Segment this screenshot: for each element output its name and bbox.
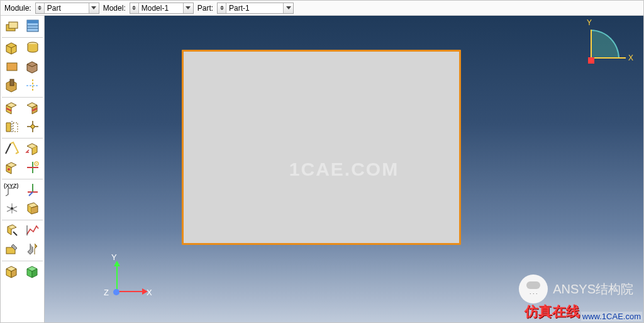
svg-point-14 xyxy=(31,125,35,128)
mirror-button[interactable] xyxy=(2,118,21,135)
context-bar: Module: Part Model: Model-1 Part: Part-1 xyxy=(1,1,643,16)
sketch-plane-indicator: X Y xyxy=(588,22,632,66)
datum-point-button[interactable] xyxy=(2,159,21,176)
datum-tool-button[interactable] xyxy=(23,118,42,135)
wechat-icon: · · · xyxy=(519,275,548,303)
create-solid-extrude-button[interactable] xyxy=(2,39,21,57)
part-value: Part-1 xyxy=(226,3,283,13)
partition-cell-button[interactable] xyxy=(2,99,21,116)
repair-button[interactable] xyxy=(23,159,42,176)
part-toolbox: (XYZ) xyxy=(1,16,45,322)
svg-point-23 xyxy=(11,207,13,210)
svg-rect-3 xyxy=(27,20,38,23)
create-wire-button[interactable] xyxy=(23,58,42,76)
module-selector[interactable]: Part xyxy=(35,3,99,14)
dropdown-icon[interactable] xyxy=(183,3,193,13)
svg-point-15 xyxy=(8,168,10,171)
create-solid-revolve-button[interactable] xyxy=(23,39,42,57)
watermark: 1CAE.COM xyxy=(289,159,399,180)
svg-rect-7 xyxy=(7,63,17,71)
model-value: Model-1 xyxy=(139,3,183,13)
stitch-button[interactable] xyxy=(23,263,42,280)
part-label: Part: xyxy=(197,4,213,13)
toolbox-customize-button[interactable] xyxy=(23,241,42,258)
create-part-button[interactable] xyxy=(2,17,21,35)
module-value: Part xyxy=(45,3,89,13)
dropdown-icon[interactable] xyxy=(89,3,99,13)
triad-x-label: X xyxy=(147,288,152,297)
selector-stepper-icon[interactable] xyxy=(130,3,139,13)
part-manager-button[interactable] xyxy=(23,17,42,35)
channel-watermark: · · · ANSYS结构院 xyxy=(519,275,633,303)
part-geometry[interactable] xyxy=(182,50,461,245)
datum-axis-button[interactable] xyxy=(23,181,42,198)
selector-stepper-icon[interactable] xyxy=(218,3,226,13)
triad-y-label: Y xyxy=(111,252,117,262)
plot-button[interactable] xyxy=(23,222,42,239)
site-cn: 仿真在线 xyxy=(525,302,580,321)
site-url: www.1CAE.com xyxy=(581,312,642,321)
sketch-y-label: Y xyxy=(587,18,592,27)
datum-csys-button[interactable]: (XYZ) xyxy=(2,181,21,198)
create-round-button[interactable] xyxy=(23,77,42,94)
module-label: Module: xyxy=(4,4,31,13)
model-selector[interactable]: Model-1 xyxy=(130,3,194,14)
sketch-x-label: X xyxy=(628,54,633,62)
selector-stepper-icon[interactable] xyxy=(36,3,45,13)
remove-face-button[interactable] xyxy=(2,140,21,157)
partition-face-button[interactable] xyxy=(23,99,42,116)
offset-face-button[interactable] xyxy=(23,140,42,157)
view-triad: X Y Z xyxy=(97,261,148,311)
model-label: Model: xyxy=(103,4,126,13)
dropdown-icon[interactable] xyxy=(283,3,293,13)
rebuild-button[interactable] xyxy=(2,263,21,280)
part-selector[interactable]: Part-1 xyxy=(217,3,294,14)
create-cut-button[interactable] xyxy=(2,77,21,94)
query-button[interactable] xyxy=(2,222,21,239)
datum-plane-button[interactable] xyxy=(2,200,21,217)
triad-z-label: Z xyxy=(104,288,109,297)
viewport[interactable]: 1CAE.COM X Y X Y Z · · · ANSYS结构院 xyxy=(45,16,643,322)
svg-rect-8 xyxy=(10,79,14,86)
channel-name: ANSYS结构院 xyxy=(553,281,633,298)
svg-point-19 xyxy=(36,163,37,164)
svg-rect-1 xyxy=(9,22,18,28)
create-shell-button[interactable] xyxy=(2,58,21,76)
geometry-edit-button[interactable] xyxy=(2,241,21,258)
reference-point-button[interactable] xyxy=(23,200,42,217)
site-watermark: 仿真在线 www.1CAE.com xyxy=(525,302,642,321)
